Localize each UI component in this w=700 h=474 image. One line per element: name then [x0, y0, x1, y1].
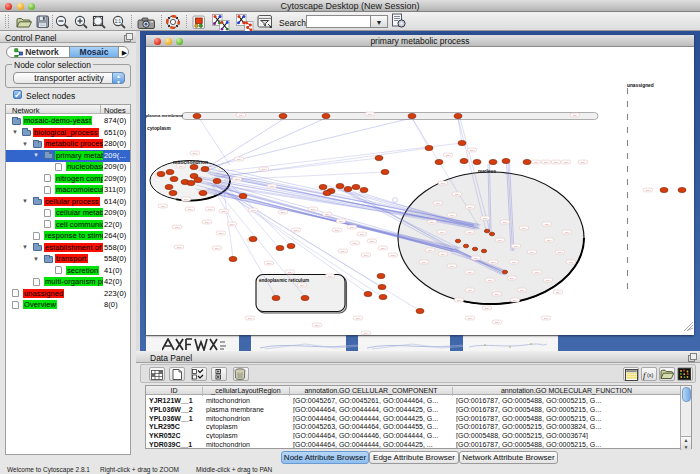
svg-text:plasma membrane: plasma membrane: [146, 113, 184, 118]
svg-text:GO-t: GO-t: [547, 239, 552, 241]
svg-text:GO-t: GO-t: [328, 275, 333, 277]
svg-text:GO-t: GO-t: [441, 182, 446, 184]
svg-text:GO-t: GO-t: [370, 240, 375, 242]
svg-text:GO-t: GO-t: [474, 257, 479, 259]
svg-text:GO-t: GO-t: [468, 206, 473, 208]
svg-text:GO-t: GO-t: [188, 208, 193, 210]
svg-text:GO-t: GO-t: [569, 261, 574, 263]
svg-text:GO-t: GO-t: [237, 158, 242, 160]
svg-text:GO-t: GO-t: [230, 223, 235, 225]
svg-text:GO-t: GO-t: [184, 198, 189, 200]
svg-text:GO-t: GO-t: [356, 317, 361, 319]
svg-text:GO-t: GO-t: [483, 217, 488, 219]
svg-text:GO-t: GO-t: [235, 178, 240, 180]
svg-text:GO-t: GO-t: [512, 261, 517, 263]
svg-text:GO-t: GO-t: [270, 185, 275, 187]
svg-text:GO-t: GO-t: [446, 154, 451, 156]
svg-text:GO-t: GO-t: [545, 223, 550, 225]
svg-text:GO-t: GO-t: [495, 293, 500, 295]
svg-text:GO-t: GO-t: [534, 161, 539, 163]
svg-text:GO-t: GO-t: [544, 317, 549, 319]
svg-text:GO-t: GO-t: [573, 114, 578, 116]
svg-text:GO-t: GO-t: [436, 202, 441, 204]
svg-text:GO-t: GO-t: [288, 271, 293, 273]
svg-text:GO-t: GO-t: [205, 221, 210, 223]
svg-text:GO-t: GO-t: [468, 289, 473, 291]
svg-text:GO-t: GO-t: [440, 231, 445, 233]
svg-text:GO-t: GO-t: [381, 247, 386, 249]
svg-text:GO-t: GO-t: [161, 205, 166, 207]
svg-text:GO-t: GO-t: [179, 165, 184, 167]
svg-text:GO-t: GO-t: [215, 247, 220, 249]
svg-text:GO-t: GO-t: [251, 209, 256, 211]
svg-text:GO-t: GO-t: [239, 114, 244, 116]
svg-text:GO-t: GO-t: [368, 113, 373, 115]
svg-text:1:1: 1:1: [115, 19, 122, 24]
svg-text:endoplasmic reticulum: endoplasmic reticulum: [259, 278, 309, 283]
svg-text:GO-t: GO-t: [335, 229, 340, 231]
svg-text:GO-t: GO-t: [350, 226, 355, 228]
svg-text:GO-t: GO-t: [311, 208, 316, 210]
svg-text:GO-t: GO-t: [546, 279, 551, 281]
svg-text:GO-t: GO-t: [556, 291, 561, 293]
svg-text:GO-t: GO-t: [364, 254, 369, 256]
svg-text:GO-t: GO-t: [175, 226, 180, 228]
svg-text:GO-t: GO-t: [488, 279, 493, 281]
svg-text:GO-t: GO-t: [468, 317, 473, 319]
svg-text:GO-t: GO-t: [646, 189, 651, 191]
svg-text:GO-t: GO-t: [554, 161, 559, 163]
svg-text:GO-t: GO-t: [193, 152, 198, 154]
svg-text:GO-t: GO-t: [503, 221, 508, 223]
svg-text:GO-t: GO-t: [267, 262, 272, 264]
svg-text:GO-t: GO-t: [468, 271, 473, 273]
svg-text:GO-t: GO-t: [514, 245, 519, 247]
svg-text:GO-t: GO-t: [360, 233, 365, 235]
svg-text:GO-t: GO-t: [498, 239, 503, 241]
svg-text:GO-t: GO-t: [520, 289, 525, 291]
svg-text:GO-t: GO-t: [325, 213, 330, 215]
svg-text:GO-t: GO-t: [581, 161, 586, 163]
svg-text:GO-t: GO-t: [455, 193, 460, 195]
svg-text:GO-t: GO-t: [341, 250, 346, 252]
svg-text:GO-t: GO-t: [219, 232, 224, 234]
svg-text:(x): (x): [647, 372, 654, 378]
svg-text:GO-t: GO-t: [544, 161, 549, 163]
svg-text:GO-t: GO-t: [208, 208, 213, 210]
svg-text:GO-t: GO-t: [530, 251, 535, 253]
svg-text:GO-t: GO-t: [294, 229, 299, 231]
svg-text:nucleus: nucleus: [478, 169, 496, 174]
svg-text:GO-t: GO-t: [558, 251, 563, 253]
svg-text:mitochondrion: mitochondrion: [173, 159, 208, 165]
svg-text:GO-t: GO-t: [495, 321, 500, 323]
svg-text:unassigned: unassigned: [627, 83, 654, 88]
svg-text:GO-t: GO-t: [364, 332, 369, 334]
svg-text:GO-t: GO-t: [422, 261, 427, 263]
svg-text:GO-t: GO-t: [457, 299, 462, 301]
svg-text:GO-t: GO-t: [353, 242, 358, 244]
svg-text:GO-t: GO-t: [522, 227, 527, 229]
svg-text:GO-t: GO-t: [222, 210, 227, 212]
svg-text:GO-t: GO-t: [450, 214, 455, 216]
svg-text:cytoplasm: cytoplasm: [147, 126, 171, 131]
svg-text:GO-t: GO-t: [510, 277, 515, 279]
svg-text:GO-t: GO-t: [470, 149, 475, 151]
svg-text:GO-t: GO-t: [565, 231, 570, 233]
svg-text:GO-t: GO-t: [430, 221, 435, 223]
svg-text:GO-t: GO-t: [281, 211, 286, 213]
svg-text:GO-t: GO-t: [450, 265, 455, 267]
svg-text:GO-t: GO-t: [535, 271, 540, 273]
svg-text:GO-t: GO-t: [513, 299, 518, 301]
svg-text:GO-t: GO-t: [248, 317, 253, 319]
svg-text:GO-t: GO-t: [315, 324, 320, 326]
svg-text:GO-t: GO-t: [428, 249, 433, 251]
svg-text:GO-t: GO-t: [564, 161, 569, 163]
svg-text:GO-t: GO-t: [262, 168, 267, 170]
svg-text:GO-t: GO-t: [468, 231, 473, 233]
svg-text:GO-t: GO-t: [177, 246, 182, 248]
svg-text:GO-t: GO-t: [485, 307, 490, 309]
svg-text:GO-t: GO-t: [300, 284, 305, 286]
svg-text:GO-t: GO-t: [391, 254, 396, 256]
svg-text:GO-t: GO-t: [491, 261, 496, 263]
svg-text:GO-t: GO-t: [441, 253, 446, 255]
svg-text:GO-t: GO-t: [339, 220, 344, 222]
